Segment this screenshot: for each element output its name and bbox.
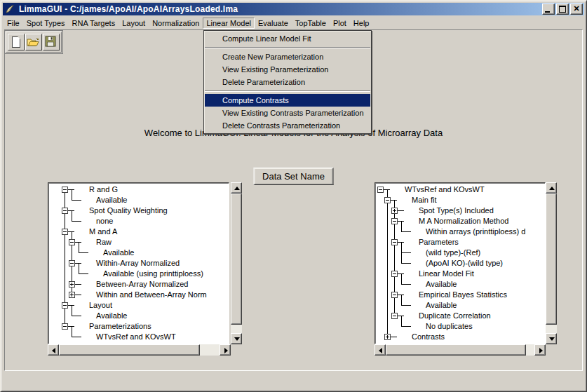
tree-item-available[interactable]: Available [48, 311, 229, 321]
collapse-icon[interactable] [391, 239, 398, 245]
data-set-name-button[interactable]: Data Set Name [253, 168, 334, 185]
tree-guide-line [65, 237, 65, 248]
app-feather-icon[interactable] [4, 4, 15, 14]
menu-spot-types[interactable]: Spot Types [23, 18, 69, 29]
menu-file[interactable]: File [4, 18, 23, 29]
menu-layout[interactable]: Layout [119, 18, 149, 29]
maximize-button[interactable] [556, 4, 569, 15]
menu-item-compute-linear-model-fit[interactable]: Compute Linear Model Fit [205, 32, 370, 45]
collapse-icon[interactable] [384, 197, 391, 203]
tree-guide-line [72, 305, 72, 311]
horizontal-scroll-thumb[interactable] [386, 344, 526, 356]
tree-item-spot-quality-weighting[interactable]: Spot Quality Weighting [48, 205, 229, 216]
tree-item-main-fit[interactable]: Main fit [375, 195, 545, 205]
menu-rna-targets[interactable]: RNA Targets [69, 18, 119, 29]
tree-item-label: Linear Model Fit [419, 269, 474, 278]
parameterizations-tree-horizontal-scrollbar[interactable] [375, 344, 546, 356]
tree-item-parameters[interactable]: Parameters [375, 237, 545, 248]
tree-item-spot-type-s-included[interactable]: Spot Type(s) Included [375, 205, 545, 216]
tree-item-available[interactable]: Available [375, 300, 545, 311]
tree-item-m-a-normalization-method[interactable]: M A Normalization Method [375, 216, 545, 227]
scroll-left-button[interactable] [375, 344, 386, 356]
menu-item-create-new-parameterization[interactable]: Create New Parameterization [205, 50, 370, 63]
menu-help[interactable]: Help [350, 18, 373, 29]
vertical-scroll-thumb[interactable] [231, 194, 242, 325]
collapse-icon[interactable] [391, 313, 398, 319]
tree-item-none[interactable]: none [48, 216, 229, 227]
expand-icon[interactable] [69, 292, 75, 298]
expand-icon[interactable] [69, 281, 75, 288]
tree-item-contrasts[interactable]: Contrasts [375, 332, 545, 342]
menu-normalization[interactable]: Normalization [149, 18, 203, 29]
scroll-right-button[interactable] [534, 344, 546, 356]
save-file-button[interactable] [43, 34, 60, 50]
collapse-icon[interactable] [62, 208, 68, 214]
expand-icon[interactable] [391, 208, 398, 214]
collapse-icon[interactable] [377, 187, 384, 193]
tree-item-linear-model-fit[interactable]: Linear Model Fit [375, 269, 545, 279]
horizontal-scroll-thumb[interactable] [59, 344, 200, 356]
tree-item-between-array-normalized[interactable]: Between-Array Normalized [48, 279, 229, 290]
collapse-icon[interactable] [69, 239, 75, 245]
collapse-icon[interactable] [62, 302, 68, 309]
menu-item-delete-parameterization[interactable]: Delete Parameterization [205, 76, 370, 88]
menu-toptable[interactable]: TopTable [292, 18, 330, 29]
collapse-icon[interactable] [391, 271, 398, 277]
new-file-button[interactable] [8, 34, 25, 50]
scroll-up-button[interactable] [231, 182, 242, 194]
parameterizations-tree[interactable]: WTvsRef and KOvsWTMain fitSpot Type(s) I… [375, 182, 546, 344]
tree-item-wtvsref-and-kovswt[interactable]: WTvsRef and KOvsWT [48, 332, 229, 342]
menu-item-view-existing-parameterization[interactable]: View Existing Parameterization [205, 63, 370, 76]
menu-item-view-existing-contrasts-parameterization[interactable]: View Existing Contrasts Parameterization [205, 107, 370, 119]
tree-item-available[interactable]: Available [48, 248, 229, 258]
tree-item-r-and-g[interactable]: R and G [48, 184, 229, 195]
tree-item-raw[interactable]: Raw [48, 237, 229, 248]
tree-item-empirical-bayes-statistics[interactable]: Empirical Bayes Statistics [375, 290, 545, 300]
tree-guide-line [387, 189, 388, 195]
scroll-down-button[interactable] [546, 333, 557, 344]
collapse-icon[interactable] [391, 218, 398, 224]
tree-item-duplicate-correlation[interactable]: Duplicate Correlation [375, 311, 545, 321]
close-button[interactable]: ✕ [570, 4, 583, 15]
tree-item-available[interactable]: Available [48, 195, 229, 205]
scroll-right-button[interactable] [220, 344, 231, 356]
collapse-icon[interactable] [62, 323, 68, 330]
tree-guide-line [401, 284, 411, 285]
tree-item-no-duplicates[interactable]: No duplicates [375, 321, 545, 332]
scroll-down-button[interactable] [231, 333, 242, 344]
parameterizations-tree-vertical-scrollbar[interactable] [546, 182, 557, 344]
tree-item-available[interactable]: Available [375, 279, 545, 290]
menu-evaluate[interactable]: Evaluate [255, 18, 292, 29]
tree-item-m-and-a[interactable]: M and A [48, 227, 229, 237]
menu-item-delete-contrasts-parameterization[interactable]: Delete Contrasts Parameterization [205, 119, 370, 132]
dataset-tree[interactable]: R and GAvailableSpot Quality Weightingno… [48, 182, 229, 344]
tree-item-wtvsref-and-kovswt[interactable]: WTvsRef and KOvsWT [375, 184, 545, 195]
expand-icon[interactable] [384, 334, 391, 340]
dataset-tree-horizontal-scrollbar[interactable] [48, 344, 231, 356]
tree-guide-line [72, 337, 81, 337]
menu-linear-model[interactable]: Linear Model [203, 18, 255, 29]
open-file-button[interactable] [25, 34, 42, 50]
tree-item-within-array-normalized[interactable]: Within-Array Normalized [48, 258, 229, 269]
window-title: LimmaGUI - C:/james/ApoAI/ApoAIArraysLoa… [19, 4, 238, 14]
tree-item-label: Empirical Bayes Statistics [419, 290, 507, 299]
tree-guide-line [72, 316, 81, 316]
collapse-icon[interactable] [69, 260, 75, 266]
menu-plot[interactable]: Plot [330, 18, 350, 29]
collapse-icon[interactable] [62, 187, 68, 193]
scroll-left-button[interactable] [48, 344, 59, 356]
minimize-button[interactable] [542, 4, 555, 15]
tree-item-parameterizations[interactable]: Parameterizations [48, 321, 229, 332]
tree-item-layout[interactable]: Layout [48, 300, 229, 311]
scroll-up-button[interactable] [546, 182, 557, 194]
tree-item-wild-type-ref[interactable]: (wild type)-(Ref) [375, 248, 545, 258]
menu-item-compute-contrasts[interactable]: Compute Contrasts [205, 94, 370, 107]
collapse-icon[interactable] [62, 229, 68, 235]
tree-item-available-using-printtiploess[interactable]: Available (using printtiploess) [48, 269, 229, 279]
vertical-scroll-thumb[interactable] [546, 194, 557, 325]
tree-item-apoai-ko-wild-type[interactable]: (ApoAI KO)-(wild type) [375, 258, 545, 269]
dataset-tree-vertical-scrollbar[interactable] [231, 182, 242, 344]
tree-item-within-and-between-array-norm[interactable]: Within and Between-Array Norm [48, 290, 229, 300]
tree-item-within-arrays-printtiploess-d[interactable]: Within arrays (printtiploess) d [375, 227, 545, 237]
collapse-icon[interactable] [391, 292, 398, 298]
